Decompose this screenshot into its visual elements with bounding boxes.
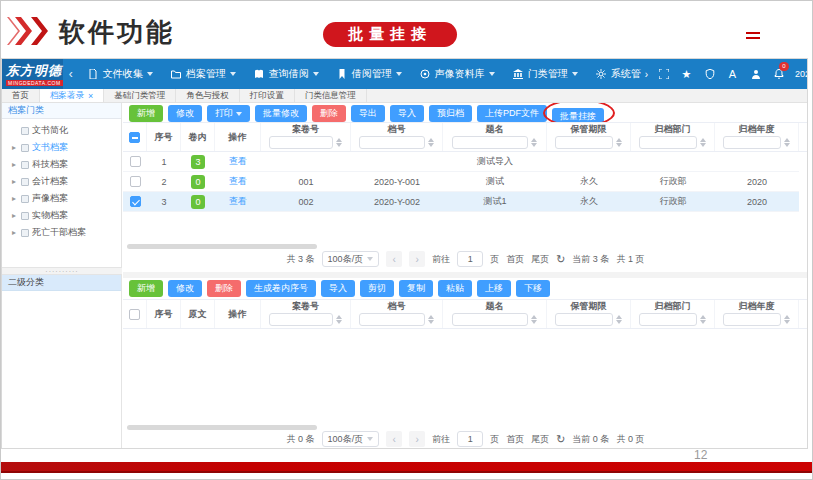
file-no-filter-input[interactable]	[359, 136, 425, 149]
tab-roles-auth[interactable]: 角色与授权	[176, 89, 240, 102]
import-button[interactable]: 导入	[321, 280, 355, 297]
move-down-button[interactable]: 下移	[516, 280, 550, 297]
select-all-checkbox[interactable]	[129, 309, 140, 320]
print-button[interactable]: 打印	[207, 105, 250, 122]
view-link[interactable]: 查看	[229, 175, 247, 188]
paste-button[interactable]: 粘贴	[438, 280, 472, 297]
shield-icon[interactable]	[703, 68, 716, 81]
retention-filter-input[interactable]	[555, 136, 613, 149]
expand-icon[interactable]: ▸	[10, 160, 18, 169]
refresh-icon[interactable]: ↻	[556, 253, 565, 266]
page-size-select[interactable]: 100条/页	[322, 431, 380, 447]
row-checkbox[interactable]	[130, 196, 141, 207]
sort-icon[interactable]	[336, 138, 342, 147]
table-row-selected[interactable]: 3 0 查看 002 2020-Y-002 测试1 永久 行政部 2020	[123, 192, 799, 212]
last-page-link[interactable]: 尾页	[531, 433, 549, 446]
tab-base-category[interactable]: 基础门类管理	[104, 89, 176, 102]
view-link[interactable]: 查看	[229, 195, 247, 208]
nav-menu-av-library[interactable]: 声像资料库	[420, 67, 495, 81]
tab-home[interactable]: 首页	[2, 89, 40, 102]
bell-icon[interactable]: 0	[772, 68, 785, 81]
collapse-sidebar-icon[interactable]: ‹	[69, 67, 73, 81]
last-page-link[interactable]: 尾页	[531, 253, 549, 266]
tree-item-keji-dangan[interactable]: ▸科技档案	[2, 156, 121, 173]
nav-menu-query-borrow[interactable]: 查询借阅	[254, 67, 319, 81]
sort-icon[interactable]	[784, 138, 790, 147]
first-page-link[interactable]: 首页	[506, 433, 524, 446]
expand-icon[interactable]: ▸	[10, 228, 18, 237]
prev-page-button[interactable]: ‹	[386, 431, 402, 447]
sort-icon[interactable]	[616, 138, 622, 147]
year-filter-input[interactable]	[723, 136, 781, 149]
fullscreen-icon[interactable]	[657, 68, 670, 81]
tab-category-info[interactable]: 门类信息管理	[295, 89, 367, 102]
tree-item-kuaiji-dangan[interactable]: ▸会计档案	[2, 173, 121, 190]
volume-count-badge[interactable]: 3	[191, 155, 205, 169]
tab-archive-entry[interactable]: 档案著录 ×	[40, 89, 104, 102]
export-button[interactable]: 导出	[351, 105, 385, 122]
delete-button[interactable]: 删除	[207, 280, 241, 297]
next-page-button[interactable]: ›	[409, 431, 425, 447]
volume-count-badge[interactable]: 0	[191, 175, 205, 189]
sort-icon[interactable]	[531, 315, 537, 324]
table-row[interactable]: 2 0 查看 001 2020-Y-001 测试 永久 行政部 2020	[123, 172, 799, 192]
table-row[interactable]: 1 3 查看 测试导入	[123, 152, 799, 172]
user-icon[interactable]	[749, 68, 762, 81]
prev-page-button[interactable]: ‹	[386, 251, 402, 267]
horizontal-scrollbar[interactable]	[127, 244, 317, 249]
page-size-select[interactable]: 100条/页	[322, 251, 380, 267]
close-icon[interactable]: ×	[88, 91, 93, 101]
sort-icon[interactable]	[428, 315, 434, 324]
copy-button[interactable]: 复制	[399, 280, 433, 297]
nav-menu-file-collect[interactable]: 文件收集	[88, 67, 153, 81]
expand-icon[interactable]: ▸	[10, 194, 18, 203]
year-filter-input[interactable]	[723, 313, 781, 326]
title-filter-input[interactable]	[452, 136, 528, 149]
delete-button[interactable]: 删除	[312, 105, 346, 122]
refresh-icon[interactable]: ↻	[556, 433, 565, 446]
panel-resize-handle[interactable]: ··········	[2, 267, 122, 275]
next-page-button[interactable]: ›	[409, 251, 425, 267]
star-icon[interactable]: ★	[680, 68, 693, 81]
tree-item-shiwu-dangan[interactable]: ▸实物档案	[2, 207, 121, 224]
tree-item-siwang-ganbu-dangan[interactable]: ▸死亡干部档案	[2, 224, 121, 241]
file-no-filter-input[interactable]	[359, 313, 425, 326]
case-no-filter-input[interactable]	[269, 313, 333, 326]
expand-icon[interactable]: ▸	[10, 143, 18, 152]
batch-edit-button[interactable]: 批量修改	[255, 105, 307, 122]
nav-menu-category-manage[interactable]: 门类管理	[513, 67, 578, 81]
nav-menu-borrow-manage[interactable]: 借阅管理	[337, 67, 402, 81]
title-filter-input[interactable]	[452, 313, 528, 326]
row-checkbox[interactable]	[130, 176, 141, 187]
generate-seq-button[interactable]: 生成卷内序号	[246, 280, 316, 297]
dept-filter-input[interactable]	[639, 136, 697, 149]
tab-print-settings[interactable]: 打印设置	[240, 89, 295, 102]
add-button[interactable]: 新增	[129, 280, 163, 297]
select-all-checkbox[interactable]	[129, 132, 140, 143]
secondary-category-panel[interactable]: 二级分类	[2, 275, 121, 291]
font-size-icon[interactable]: A	[726, 68, 739, 81]
case-no-filter-input[interactable]	[269, 136, 333, 149]
expand-icon[interactable]: ▸	[10, 211, 18, 220]
sort-icon[interactable]	[531, 138, 537, 147]
sort-icon[interactable]	[616, 315, 622, 324]
sort-icon[interactable]	[700, 315, 706, 324]
retention-filter-input[interactable]	[555, 313, 613, 326]
goto-page-input[interactable]	[457, 251, 483, 267]
nav-menu-archive-manage[interactable]: 档案管理	[171, 67, 236, 81]
tree-item-wenshu-jianhua[interactable]: 文书简化	[2, 122, 121, 139]
sort-icon[interactable]	[336, 315, 342, 324]
cut-button[interactable]: 剪切	[360, 280, 394, 297]
edit-button[interactable]: 修改	[168, 280, 202, 297]
move-up-button[interactable]: 上移	[477, 280, 511, 297]
add-button[interactable]: 新增	[129, 105, 163, 122]
pre-archive-button[interactable]: 预归档	[429, 105, 472, 122]
tree-item-wenshu-dangan[interactable]: ▸文书档案	[2, 139, 121, 156]
sort-icon[interactable]	[700, 138, 706, 147]
sort-icon[interactable]	[428, 138, 434, 147]
volume-count-badge[interactable]: 0	[191, 195, 205, 209]
row-checkbox[interactable]	[130, 156, 141, 167]
edit-button[interactable]: 修改	[168, 105, 202, 122]
import-button[interactable]: 导入	[390, 105, 424, 122]
tree-item-shengxiang-dangan[interactable]: ▸声像档案	[2, 190, 121, 207]
